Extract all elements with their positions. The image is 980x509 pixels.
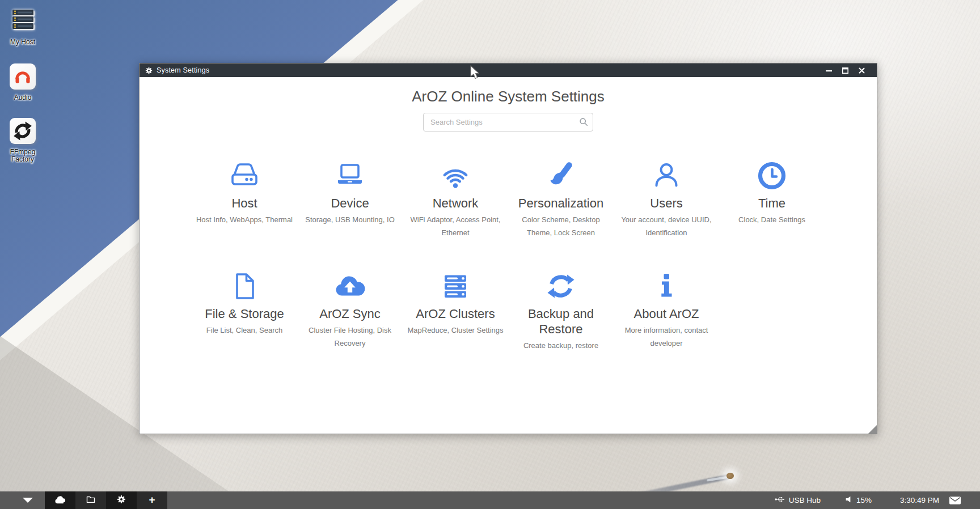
desktop-icon-label: Audio: [1, 94, 45, 101]
setting-time[interactable]: Time Clock, Date Settings: [719, 155, 825, 239]
setting-title: Time: [719, 196, 825, 211]
plus-icon: +: [149, 494, 155, 505]
window-controls: [825, 67, 871, 74]
page-title: ArOZ Online System Settings: [140, 88, 877, 105]
laptop-icon: [297, 155, 403, 192]
setting-subtitle: Storage, USB Mounting, IO: [297, 213, 403, 226]
recycle-arrows-icon: [10, 118, 36, 144]
desktop-icon-label: FFmpeg Factory: [1, 149, 45, 163]
gear-icon: [145, 67, 153, 74]
paintbrush-icon: [508, 155, 614, 192]
setting-title: ArOZ Sync: [297, 306, 403, 321]
setting-title: Device: [297, 196, 403, 211]
wallpaper-wall-hole: [726, 473, 734, 479]
setting-backup-restore[interactable]: Backup and Restore Create backup, restor…: [508, 266, 614, 352]
server-icon: [10, 7, 35, 34]
taskbar: + US: [0, 491, 980, 509]
search-box: [423, 113, 593, 132]
setting-title: File & Storage: [192, 306, 297, 321]
setting-file-storage[interactable]: File & Storage File List, Clean, Search: [192, 266, 297, 352]
desktop-screen: My Host Audio FFm: [0, 0, 980, 509]
setting-about-aroz[interactable]: About ArOZ More information, contact dev…: [614, 266, 719, 352]
setting-users[interactable]: Users Your account, device UUID, Identif…: [614, 155, 719, 239]
desktop-icon-audio[interactable]: Audio: [1, 63, 45, 101]
gear-icon: [117, 495, 126, 506]
taskbar-tile-settings[interactable]: [106, 491, 137, 509]
settings-row-2: File & Storage File List, Clean, Search …: [192, 266, 825, 352]
taskbar-tiles: +: [45, 491, 167, 509]
usb-icon: [775, 496, 785, 504]
setting-subtitle: More information, contact developer: [614, 324, 719, 350]
folder-icon: [86, 495, 96, 506]
cloud-upload-icon: [297, 266, 403, 302]
volume-label: 15%: [856, 496, 872, 504]
cloud-icon: [54, 495, 66, 506]
desktop-icon-label: My Host: [1, 39, 45, 46]
window-titlebar[interactable]: System Settings: [140, 63, 877, 77]
file-icon: [192, 266, 297, 302]
setting-subtitle: Color Scheme, Desktop Theme, Lock Screen: [508, 213, 614, 239]
info-icon: [614, 266, 719, 302]
setting-subtitle: Your account, device UUID, Identificatio…: [614, 213, 719, 239]
usb-label: USB Hub: [789, 496, 821, 504]
desktop-icon-my-host[interactable]: My Host: [1, 7, 45, 46]
setting-network[interactable]: Network WiFi Adaptor, Access Point, Ethe…: [403, 155, 508, 239]
taskbar-tile-files[interactable]: [75, 491, 106, 509]
user-icon: [614, 155, 719, 192]
volume-status[interactable]: 15%: [846, 496, 872, 504]
taskbar-tile-add[interactable]: +: [137, 491, 167, 509]
setting-title: Personalization: [508, 196, 614, 211]
window-resize-handle[interactable]: [868, 425, 877, 434]
settings-grid: Host Host Info, WebApps, Thermal Device: [192, 155, 825, 352]
setting-subtitle: Clock, Date Settings: [719, 213, 825, 226]
system-settings-window: System Settings ArOZ: [139, 63, 877, 434]
hdd-icon: [192, 155, 297, 192]
setting-title: ArOZ Clusters: [403, 306, 508, 321]
setting-title: Network: [403, 196, 508, 211]
setting-personalization[interactable]: Personalization Color Scheme, Desktop Th…: [508, 155, 614, 239]
setting-aroz-sync[interactable]: ArOZ Sync Cluster File Hosting, Disk Rec…: [297, 266, 403, 352]
desktop-icon-ffmpeg-factory[interactable]: FFmpeg Factory: [1, 118, 45, 163]
setting-subtitle: Create backup, restore: [508, 339, 614, 352]
caret-down-icon[interactable]: [23, 498, 33, 503]
taskbar-status-area: USB Hub 15% 3:30:49 PM: [775, 496, 980, 504]
speaker-icon: [846, 496, 852, 504]
search-input[interactable]: [423, 113, 593, 132]
setting-subtitle: Cluster File Hosting, Disk Recovery: [297, 324, 403, 350]
setting-host[interactable]: Host Host Info, WebApps, Thermal: [192, 155, 297, 239]
clock-icon: [719, 155, 825, 192]
minimize-button[interactable]: [825, 67, 833, 74]
setting-title: About ArOZ: [614, 306, 719, 321]
settings-content: ArOZ Online System Settings: [140, 77, 877, 434]
server-stack-icon: [403, 266, 508, 302]
setting-title: Backup and Restore: [508, 306, 614, 337]
taskbar-tile-desktop[interactable]: [45, 491, 75, 509]
setting-aroz-clusters[interactable]: ArOZ Clusters MapReduce, Cluster Setting…: [403, 266, 508, 352]
settings-row-1: Host Host Info, WebApps, Thermal Device: [192, 155, 825, 239]
setting-device[interactable]: Device Storage, USB Mounting, IO: [297, 155, 403, 239]
setting-subtitle: WiFi Adaptor, Access Point, Ethernet: [403, 213, 508, 239]
wifi-icon: [403, 155, 508, 192]
setting-subtitle: Host Info, WebApps, Thermal: [192, 213, 297, 226]
refresh-icon: [508, 266, 614, 302]
setting-subtitle: File List, Clean, Search: [192, 324, 297, 337]
taskbar-clock[interactable]: 3:30:49 PM: [900, 496, 939, 504]
headphones-icon: [10, 63, 36, 90]
envelope-icon[interactable]: [949, 497, 961, 504]
setting-subtitle: MapReduce, Cluster Settings: [403, 324, 508, 337]
maximize-button[interactable]: [842, 67, 849, 74]
setting-title: Host: [192, 196, 297, 211]
window-title: System Settings: [157, 66, 209, 74]
usb-status[interactable]: USB Hub: [775, 496, 821, 504]
setting-title: Users: [614, 196, 719, 211]
close-icon[interactable]: [858, 67, 865, 74]
